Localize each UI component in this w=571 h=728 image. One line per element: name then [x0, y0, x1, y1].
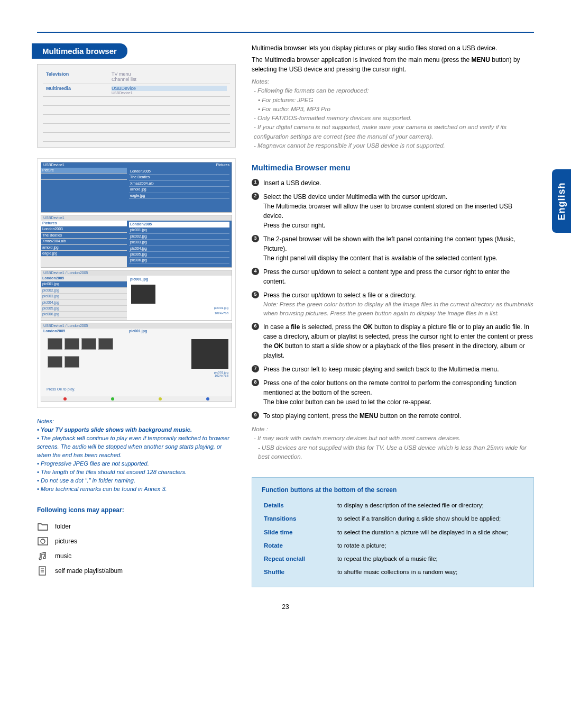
svg-rect-2 — [39, 567, 45, 575]
notes-block: Notes: Following file formats can be rep… — [252, 77, 534, 150]
svg-point-1 — [41, 539, 45, 543]
folder-icon — [37, 521, 49, 532]
left-notes: Notes: • Your TV supports slide shows wi… — [37, 417, 236, 493]
divider — [37, 32, 534, 33]
icons-heading: Following icons may appear: — [37, 506, 236, 514]
intro-paragraph: The Multimedia browser application is in… — [252, 55, 534, 74]
playlist-icon — [37, 566, 49, 576]
intro-paragraph: Multimedia browser lets you display pict… — [252, 43, 534, 53]
browser-stack-screenshots: USBDevice1Pictures Picture Music London2… — [37, 158, 236, 408]
icon-row: folder — [37, 521, 236, 532]
menu-panel-screenshot: Television TV menu Channel list Multimed… — [37, 64, 236, 148]
icon-row: pictures — [37, 536, 236, 547]
pictures-icon — [37, 536, 49, 547]
section-heading: Multimedia Browser menu — [252, 162, 534, 174]
music-icon — [37, 551, 49, 561]
section-title-tab: Multimedia browser — [32, 43, 127, 59]
icon-row: self made playlist/album — [37, 566, 236, 576]
note-block: Note : - It may work with certain memory… — [252, 425, 534, 461]
icon-row: music — [37, 551, 236, 561]
steps-list: 1Insert a USB device.2Select the USB dev… — [252, 178, 534, 421]
svg-rect-0 — [38, 538, 48, 545]
function-buttons-box: Function buttons at the bottom of the sc… — [252, 477, 534, 587]
page-number: 23 — [37, 603, 534, 611]
